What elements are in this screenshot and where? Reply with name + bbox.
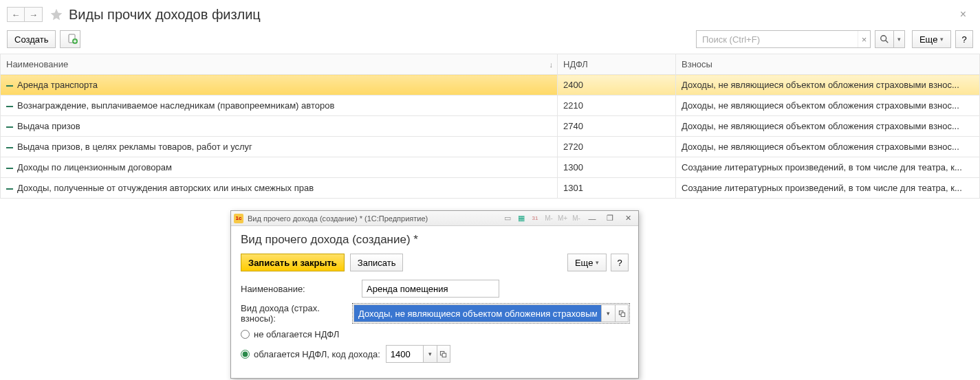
favorite-star-icon[interactable] (50, 8, 63, 21)
row-indicator-icon (6, 147, 13, 148)
row-indicator-icon (6, 106, 13, 107)
magnifier-icon (880, 34, 889, 44)
table-row[interactable]: Доходы, полученные от отчуждения авторск… (1, 178, 980, 199)
cell-dues: Доходы, не являющиеся объектом обложения… (676, 137, 980, 157)
cell-ndfl: 1300 (558, 157, 676, 178)
create-from-template-button[interactable] (60, 30, 80, 48)
cell-name: Доходы по лицензионным договорам (17, 162, 172, 172)
more-button[interactable]: Еще ▾ (912, 30, 951, 48)
cell-ndfl: 2400 (558, 75, 676, 96)
table-row[interactable]: Аренда транспорта2400Доходы, не являющие… (1, 75, 980, 96)
cell-dues: Доходы, не являющиеся объектом обложения… (676, 96, 980, 116)
row-indicator-icon (6, 126, 13, 128)
cell-dues: Доходы, не являющиеся объектом обложения… (676, 75, 980, 96)
column-header-name[interactable]: Наименование↓ (1, 54, 558, 75)
cell-name: Выдача призов (17, 121, 80, 131)
cell-name: Аренда транспорта (17, 80, 98, 90)
cell-dues: Создание литературных произведений, в то… (676, 157, 980, 178)
data-grid[interactable]: Наименование↓ НДФЛ Взносы Аренда транспо… (0, 54, 980, 199)
search-box[interactable]: × (696, 30, 871, 48)
cell-ndfl: 1301 (558, 178, 676, 199)
help-button[interactable]: ? (955, 30, 973, 48)
row-indicator-icon (6, 168, 13, 169)
cell-dues: Доходы, не являющиеся объектом обложения… (676, 116, 980, 137)
page-title: Виды прочих доходов физлиц (69, 7, 261, 23)
new-document-icon (67, 34, 78, 45)
forward-button[interactable]: → (25, 7, 43, 22)
sort-asc-icon: ↓ (549, 60, 554, 69)
svg-point-2 (881, 36, 886, 41)
search-button[interactable] (875, 30, 894, 48)
topbar: ← → Виды прочих доходов физлиц × (0, 0, 980, 27)
back-button[interactable]: ← (7, 7, 25, 22)
create-button[interactable]: Создать (7, 30, 56, 48)
cell-dues: Создание литературных произведений, в то… (676, 178, 980, 199)
svg-line-3 (886, 41, 889, 43)
cell-name: Доходы, полученные от отчуждения авторск… (17, 183, 314, 193)
table-row[interactable]: Вознаграждение, выплачиваемое наследника… (1, 96, 980, 116)
table-row[interactable]: Доходы по лицензионным договорам1300Созд… (1, 157, 980, 178)
table-row[interactable]: Выдача призов2740Доходы, не являющиеся о… (1, 116, 980, 137)
table-row[interactable]: Выдача призов, в целях рекламы товаров, … (1, 137, 980, 157)
cell-name: Вознаграждение, выплачиваемое наследника… (17, 100, 334, 111)
row-indicator-icon (6, 188, 13, 190)
search-clear-icon[interactable]: × (858, 31, 870, 47)
cell-ndfl: 2740 (558, 116, 676, 137)
column-header-ndfl[interactable]: НДФЛ (558, 54, 676, 75)
column-header-dues[interactable]: Взносы (676, 54, 980, 75)
main-toolbar: Создать × ▾ Еще ▾ ? (0, 27, 980, 54)
search-input[interactable] (697, 34, 858, 45)
search-dropdown[interactable]: ▾ (894, 30, 905, 48)
cell-ndfl: 2210 (558, 96, 676, 116)
row-indicator-icon (6, 85, 13, 87)
close-page-icon[interactable]: × (960, 8, 966, 21)
cell-ndfl: 2720 (558, 137, 676, 157)
cell-name: Выдача призов, в целях рекламы товаров, … (17, 142, 252, 152)
